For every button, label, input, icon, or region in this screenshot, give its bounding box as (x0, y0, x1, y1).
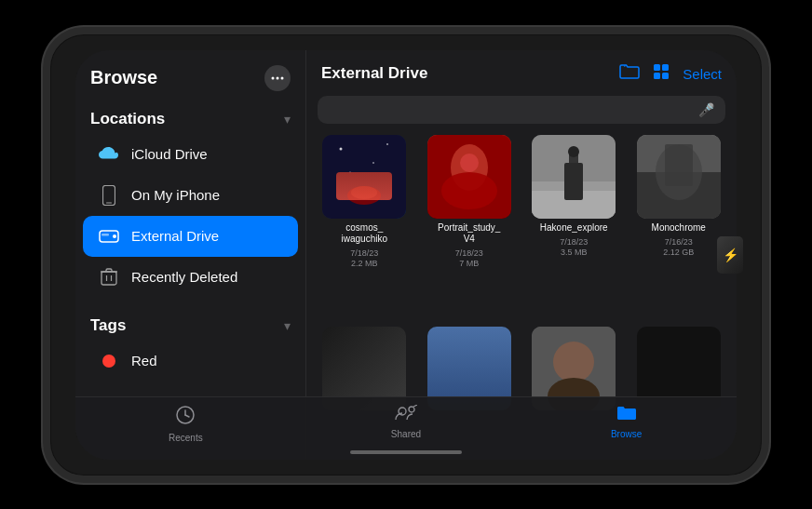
file-thumb-mono (637, 135, 721, 219)
svg-point-1 (277, 76, 279, 79)
icloud-icon (98, 143, 120, 166)
svg-point-45 (409, 407, 414, 412)
file-name-cosmos: cosmos_iwaguchiko (342, 222, 387, 245)
file-item-hakone[interactable]: Hakone_explore 7/18/233.5 MB (527, 135, 621, 315)
svg-rect-8 (102, 272, 116, 285)
svg-point-22 (372, 162, 374, 164)
sidebar-menu-button[interactable] (264, 65, 291, 91)
svg-point-20 (340, 147, 343, 150)
red-tag-icon (98, 350, 120, 372)
svg-rect-12 (624, 65, 626, 67)
file-item-mono[interactable]: Monochrome 7/16/232.12 GB (632, 135, 726, 315)
svg-point-39 (553, 342, 594, 382)
search-bar[interactable]: 🎤 (318, 96, 725, 124)
svg-rect-37 (665, 144, 693, 186)
shared-label: Shared (391, 429, 421, 439)
svg-rect-6 (102, 234, 109, 236)
shared-icon (395, 405, 417, 426)
svg-point-33 (568, 146, 579, 157)
svg-point-7 (113, 234, 116, 238)
external-label: External Drive (131, 228, 219, 244)
file-name-mono: Monochrome (652, 222, 706, 234)
svg-rect-30 (532, 191, 616, 219)
main-header: External Drive (306, 50, 737, 92)
tab-bar: Recents Shared (306, 396, 737, 460)
svg-point-2 (281, 76, 284, 79)
svg-point-26 (441, 172, 497, 209)
recently-deleted-label: Recently Deleted (131, 269, 237, 285)
sidebar-item-tag-red[interactable]: Red (83, 341, 298, 382)
drive-icon (98, 225, 120, 248)
icloud-label: iCloud Drive (131, 146, 208, 162)
sidebar-item-external[interactable]: External Drive (83, 216, 298, 257)
file-meta-mono: 7/16/232.12 GB (663, 237, 694, 259)
file-meta-hakone: 7/18/233.5 MB (560, 237, 588, 259)
locations-label: Locations (90, 110, 165, 128)
locations-chevron: ▾ (284, 112, 291, 127)
iphone-label: On My iPhone (131, 187, 220, 203)
browse-label: Browse (611, 429, 642, 439)
phone-wrapper: Browse Locations ▾ (43, 27, 769, 483)
sidebar-item-recently-deleted[interactable]: Recently Deleted (83, 257, 298, 298)
sidebar-header: Browse (75, 50, 305, 99)
tags-label: Tags (90, 316, 126, 335)
svg-line-46 (413, 405, 417, 407)
header-actions: Select (619, 63, 722, 85)
svg-rect-16 (662, 73, 669, 79)
file-item-portrait[interactable]: Portrait_study_V4 7/18/237 MB (423, 135, 517, 315)
svg-point-0 (272, 76, 275, 79)
grid-view-icon[interactable] (653, 63, 670, 85)
tab-shared[interactable]: Shared (378, 405, 434, 439)
mic-icon: 🎤 (698, 102, 714, 117)
svg-rect-31 (566, 163, 581, 200)
sidebar-item-icloud[interactable]: iCloud Drive (83, 134, 298, 175)
tags-section: Tags ▾ Red (75, 298, 305, 382)
sidebar-title: Browse (90, 67, 157, 88)
screen: Browse Locations ▾ (75, 50, 737, 460)
svg-point-23 (349, 171, 351, 173)
file-name-portrait: Portrait_study_V4 (438, 222, 500, 245)
sidebar-item-iphone[interactable]: On My iPhone (83, 175, 298, 216)
svg-rect-17 (322, 135, 406, 219)
svg-rect-13 (654, 64, 660, 71)
file-name-hakone: Hakone_explore (540, 222, 608, 234)
locations-section-header: Locations ▾ (75, 99, 305, 134)
folder-view-icon[interactable] (619, 63, 640, 85)
file-item-cosmos[interactable]: cosmos_iwaguchiko 7/18/232.2 MB (318, 135, 412, 315)
tab-browse[interactable]: Browse (599, 405, 655, 439)
tags-section-header: Tags ▾ (75, 305, 305, 341)
red-tag-label: Red (131, 353, 157, 368)
iphone-icon (98, 184, 120, 207)
svg-point-18 (347, 186, 381, 205)
svg-point-21 (386, 143, 388, 145)
svg-rect-4 (106, 202, 112, 203)
select-button[interactable]: Select (683, 66, 722, 82)
file-thumb-hakone (532, 135, 616, 219)
trash-icon (98, 266, 120, 288)
browse-icon (616, 405, 637, 426)
svg-point-19 (351, 186, 377, 199)
cable-connector (717, 236, 743, 274)
svg-point-27 (460, 154, 479, 172)
main-title: External Drive (321, 64, 427, 83)
file-meta-portrait: 7/18/237 MB (455, 248, 483, 270)
home-indicator (350, 450, 462, 454)
svg-rect-3 (103, 185, 115, 205)
svg-rect-15 (654, 73, 660, 79)
svg-rect-14 (662, 64, 669, 71)
file-meta-cosmos: 7/18/232.2 MB (350, 248, 378, 270)
file-thumb-portrait (427, 135, 511, 219)
tags-chevron: ▾ (284, 318, 291, 333)
main-content: External Drive (306, 50, 737, 460)
file-thumb-cosmos (322, 135, 406, 219)
